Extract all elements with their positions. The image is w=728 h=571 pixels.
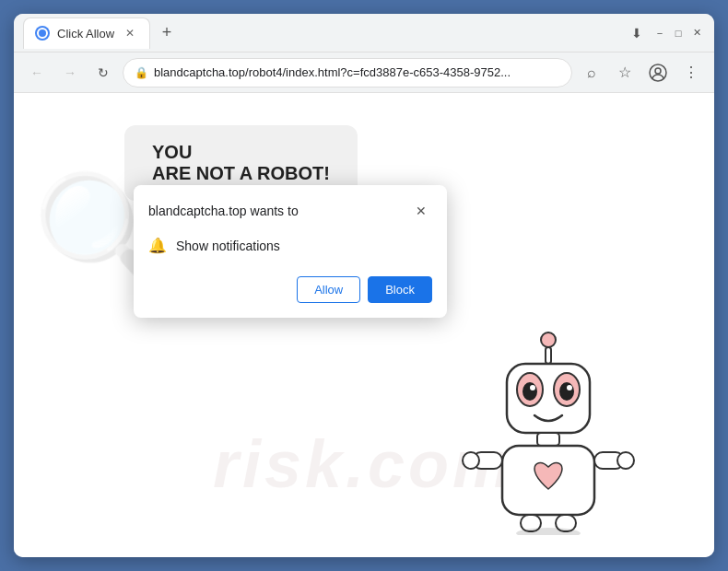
allow-button[interactable]: Allow xyxy=(297,276,360,303)
svg-point-2 xyxy=(541,332,556,347)
tab-bar: Click Allow ✕ + xyxy=(23,17,618,49)
permission-label: Show notifications xyxy=(176,239,280,253)
browser-window: Click Allow ✕ + ⬇ − □ ✕ ← → ↻ 🔒 blandcap… xyxy=(14,14,714,557)
svg-point-15 xyxy=(463,452,479,469)
popup-title: blandcaptcha.top wants to xyxy=(148,204,299,218)
forward-button[interactable]: → xyxy=(56,59,84,87)
address-bar[interactable]: 🔒 blandcaptcha.top/robot4/index.html?c=f… xyxy=(123,58,572,87)
svg-point-16 xyxy=(617,452,634,469)
bell-icon: 🔔 xyxy=(148,237,167,254)
close-button[interactable]: ✕ xyxy=(688,25,705,41)
svg-point-8 xyxy=(559,382,574,401)
download-button[interactable]: ⬇ xyxy=(624,20,650,46)
profile-button[interactable] xyxy=(644,59,672,87)
menu-button[interactable]: ⋮ xyxy=(677,59,705,87)
maximize-button[interactable]: □ xyxy=(670,25,687,41)
svg-point-1 xyxy=(655,68,661,74)
toolbar: ← → ↻ 🔒 blandcaptcha.top/robot4/index.ht… xyxy=(14,52,714,93)
speech-line1: YOU xyxy=(152,142,330,163)
speech-line2: ARE NOT A ROBOT! xyxy=(152,163,330,184)
title-bar-controls: ⬇ − □ ✕ xyxy=(624,20,705,46)
svg-point-7 xyxy=(523,382,537,401)
refresh-button[interactable]: ↻ xyxy=(89,59,117,87)
back-button[interactable]: ← xyxy=(23,59,51,87)
bookmark-button[interactable]: ☆ xyxy=(611,59,639,87)
active-tab[interactable]: Click Allow ✕ xyxy=(23,17,150,49)
svg-rect-3 xyxy=(546,347,551,364)
tab-close-button[interactable]: ✕ xyxy=(122,25,138,41)
url-text: blandcaptcha.top/robot4/index.html?c=fcd… xyxy=(154,65,560,79)
popup-permission-row: 🔔 Show notifications xyxy=(134,229,447,269)
new-tab-button[interactable]: + xyxy=(154,20,180,46)
popup-container: blandcaptcha.top wants to ✕ 🔔 Show notif… xyxy=(134,185,447,318)
tab-title: Click Allow xyxy=(57,27,114,41)
tab-favicon xyxy=(35,26,50,41)
url-domain: blandcaptcha.top xyxy=(154,65,245,79)
lock-icon: 🔒 xyxy=(135,66,148,79)
block-button[interactable]: Block xyxy=(368,276,432,303)
page-content: 🔍 risk.com YOU ARE NOT A ROBOT! xyxy=(14,93,714,557)
svg-point-10 xyxy=(567,385,572,390)
svg-point-9 xyxy=(530,385,535,390)
notification-popup: blandcaptcha.top wants to ✕ 🔔 Show notif… xyxy=(134,185,447,318)
svg-rect-11 xyxy=(537,433,559,446)
minimize-button[interactable]: − xyxy=(652,25,668,41)
popup-close-button[interactable]: ✕ xyxy=(410,200,432,222)
url-path: /robot4/index.html?c=fcd3887e-c653-4358-… xyxy=(245,65,511,79)
search-button[interactable]: ⌕ xyxy=(578,59,605,87)
popup-actions: Allow Block xyxy=(134,269,447,318)
robot-illustration xyxy=(456,323,640,539)
popup-header: blandcaptcha.top wants to ✕ xyxy=(134,185,447,229)
title-bar: Click Allow ✕ + ⬇ − □ ✕ xyxy=(14,14,714,52)
